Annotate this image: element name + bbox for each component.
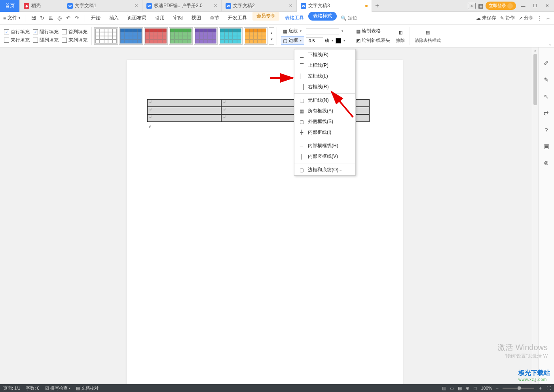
style-purple[interactable] bbox=[194, 27, 218, 45]
check-banded-row[interactable]: ✓隔行填充 bbox=[33, 28, 59, 35]
style-teal[interactable] bbox=[219, 27, 243, 45]
style-plain[interactable] bbox=[94, 27, 118, 45]
locate-button[interactable]: 🔍 定位 bbox=[337, 15, 361, 21]
tab-table-style-active[interactable]: 表格样式 bbox=[308, 12, 337, 21]
tab-home[interactable]: 首页 bbox=[0, 0, 20, 12]
tab-table-tool[interactable]: 表格工具 bbox=[281, 12, 308, 25]
close-icon[interactable]: ✕ bbox=[211, 3, 217, 8]
view-mode-read-icon[interactable]: ⊕ bbox=[466, 386, 469, 391]
tab-dev[interactable]: 开发工具 bbox=[224, 12, 251, 25]
border-color-swatch[interactable] bbox=[336, 38, 341, 44]
tab-daoke[interactable]: ◆ 稻壳 bbox=[20, 0, 63, 12]
shading-dropdown[interactable]: ▦底纹▾ bbox=[281, 27, 304, 35]
style-green[interactable] bbox=[169, 27, 193, 45]
check-first-col[interactable]: 首列填充 bbox=[62, 28, 87, 35]
chevron-down-icon[interactable]: ▾ bbox=[343, 39, 346, 42]
close-icon[interactable]: ✕ bbox=[286, 3, 292, 8]
status-spell[interactable]: ☑拼写检查▾ bbox=[45, 385, 70, 391]
style-blue[interactable] bbox=[119, 27, 143, 45]
document-area[interactable]: ↲↲↲ ↲↲↲ ↲↲↲ ↲ bbox=[0, 47, 538, 384]
redo-icon[interactable]: ↷ bbox=[73, 14, 81, 22]
tab-layout[interactable]: 页面布局 bbox=[123, 12, 151, 25]
add-tab-button[interactable]: ＋ bbox=[372, 1, 382, 11]
preview-icon[interactable]: ◎ bbox=[55, 14, 63, 22]
line-style-dropdown[interactable] bbox=[306, 28, 339, 34]
tab-view[interactable]: 视图 bbox=[187, 12, 205, 25]
style-red[interactable] bbox=[144, 27, 168, 45]
menu-border-inside[interactable]: ╋内部框线(I) bbox=[294, 127, 355, 138]
check-first-row[interactable]: ✓首行填充 bbox=[4, 28, 30, 35]
menu-border-dialog[interactable]: ▢边框和底纹(O)... bbox=[294, 165, 355, 175]
draw-diagonal-button[interactable]: ◩绘制斜线表头 bbox=[354, 36, 392, 45]
tab-insert[interactable]: 插入 bbox=[105, 12, 123, 25]
side-tool-adjust-icon[interactable]: ⇄ bbox=[543, 109, 550, 117]
menu-border-inside-h[interactable]: ─内部横框线(H) bbox=[294, 140, 355, 151]
window-layout-icon[interactable]: 4 bbox=[468, 3, 476, 9]
menu-border-inside-v[interactable]: │内部竖框线(V) bbox=[294, 151, 355, 162]
status-words[interactable]: 字数: 0 bbox=[26, 385, 39, 391]
close-window-button[interactable]: ✕ bbox=[542, 1, 552, 11]
zoom-out-button[interactable]: − bbox=[496, 386, 499, 390]
login-button[interactable]: 立即登录 bbox=[486, 2, 516, 10]
check-banded-col[interactable]: 隔列填充 bbox=[33, 37, 59, 44]
clear-style-button[interactable]: ▤清除表格样式 bbox=[412, 27, 443, 44]
chevron-down-icon[interactable]: ▾ bbox=[331, 39, 334, 42]
maximize-button[interactable]: ☐ bbox=[530, 1, 540, 11]
check-last-col[interactable]: 末列填充 bbox=[62, 37, 87, 44]
more-icon[interactable]: ⋮ bbox=[537, 15, 542, 21]
page[interactable]: ↲↲↲ ↲↲↲ ↲↲↲ ↲ bbox=[127, 60, 403, 384]
tab-vip[interactable]: 会员专享 bbox=[252, 12, 279, 21]
tab-pdf[interactable]: W 极速PDF编...户手册3.0 ✕ bbox=[142, 0, 222, 12]
menu-border-bottom[interactable]: ▁下框线(B) bbox=[294, 49, 355, 60]
style-orange[interactable] bbox=[244, 27, 268, 45]
apps-grid-icon[interactable]: ▦ bbox=[478, 3, 483, 9]
tab-review[interactable]: 审阅 bbox=[169, 12, 187, 25]
ribbon-options-icon[interactable]: ⌄ bbox=[548, 42, 552, 46]
view-mode-print-icon[interactable]: ▥ bbox=[442, 386, 446, 391]
check-last-row[interactable]: 末行填充 bbox=[4, 37, 30, 44]
share-button[interactable]: ↗分享 bbox=[519, 15, 533, 21]
border-dropdown[interactable]: ▢边框▾ bbox=[281, 36, 304, 45]
side-tool-more-icon[interactable]: ⊚ bbox=[543, 159, 550, 167]
side-tool-settings-icon[interactable]: ✐ bbox=[543, 59, 550, 67]
label: 左框线(L) bbox=[308, 73, 328, 80]
file-menu[interactable]: ≡ 文件 ▾ bbox=[0, 15, 23, 21]
coop-button[interactable]: ✎协作 bbox=[500, 15, 515, 21]
border-width-input[interactable]: 0.5 bbox=[306, 37, 323, 44]
fullscreen-icon[interactable]: ⛶ bbox=[546, 386, 551, 390]
save-icon[interactable]: 🖫 bbox=[29, 14, 37, 22]
eraser-button[interactable]: ◧擦除 bbox=[394, 27, 407, 44]
tab-ref[interactable]: 引用 bbox=[151, 12, 169, 25]
unsaved-indicator[interactable]: ☁未保存 bbox=[476, 15, 496, 21]
minimize-button[interactable]: — bbox=[518, 1, 528, 11]
side-tool-image-icon[interactable]: ▣ bbox=[543, 142, 550, 150]
tab-start[interactable]: 开始 bbox=[87, 12, 105, 25]
view-mode-outline-icon[interactable]: ▤ bbox=[458, 386, 462, 391]
view-mode-web-icon[interactable]: ▭ bbox=[450, 386, 454, 391]
side-tool-select-icon[interactable]: ↖ bbox=[543, 93, 550, 100]
close-icon[interactable]: ✕ bbox=[131, 3, 138, 8]
side-tool-help-icon[interactable]: ? bbox=[543, 126, 550, 134]
draw-table-button[interactable]: ▦绘制表格 bbox=[354, 27, 383, 35]
menu-border-top[interactable]: ▔上框线(P) bbox=[294, 60, 355, 71]
collapse-ribbon-icon[interactable]: ︿ bbox=[546, 15, 551, 21]
scroll-up-icon[interactable]: ▴ bbox=[532, 47, 538, 53]
print-icon[interactable]: 🖶 bbox=[47, 14, 55, 22]
menu-border-left[interactable]: ▏左框线(L) bbox=[294, 71, 355, 81]
vertical-scrollbar[interactable]: ▴ ▾ bbox=[532, 47, 538, 384]
fit-icon[interactable]: ◻ bbox=[473, 386, 477, 391]
tab-doc3-active[interactable]: W 文字文稿3 bbox=[297, 0, 372, 12]
tab-doc1[interactable]: W 文字文稿1 ✕ bbox=[63, 0, 142, 12]
status-page[interactable]: 页面: 1/1 bbox=[3, 385, 20, 391]
tab-chapter[interactable]: 章节 bbox=[205, 12, 224, 25]
style-gallery-more[interactable]: ▴▾ bbox=[269, 27, 274, 45]
zoom-slider[interactable] bbox=[503, 388, 534, 389]
zoom-in-button[interactable]: ＋ bbox=[538, 385, 543, 391]
scrollbar-thumb[interactable] bbox=[533, 54, 537, 105]
side-tool-highlight-icon[interactable]: ✎ bbox=[543, 76, 550, 84]
status-proof[interactable]: ▤文档校对 bbox=[76, 385, 99, 391]
tab-doc2[interactable]: W 文字文稿2 ✕ bbox=[222, 0, 297, 12]
undo-icon[interactable]: ↶ bbox=[64, 14, 72, 22]
sync-icon[interactable]: ↻ bbox=[38, 14, 46, 22]
zoom-level[interactable]: 100% bbox=[481, 386, 492, 390]
